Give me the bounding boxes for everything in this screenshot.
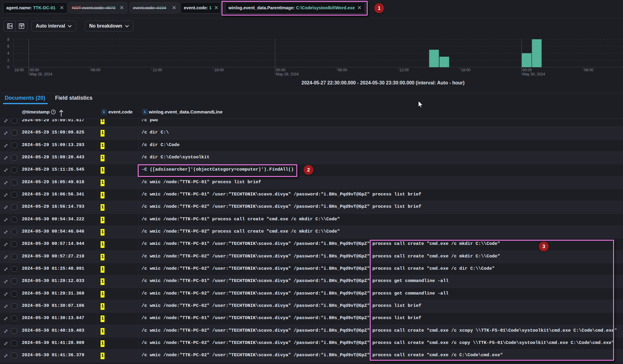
svg-text:12:00: 12:00 xyxy=(153,68,162,72)
svg-text:8: 8 xyxy=(7,37,9,42)
svg-text:00:00: 00:00 xyxy=(30,68,39,72)
svg-text:18:00: 18:00 xyxy=(461,68,470,72)
svg-text:06:00: 06:00 xyxy=(584,68,593,72)
svg-text:06:00: 06:00 xyxy=(338,68,347,72)
svg-text:00:00: 00:00 xyxy=(522,68,532,72)
svg-text:06:00: 06:00 xyxy=(91,68,100,72)
svg-text:00:00: 00:00 xyxy=(276,68,285,72)
svg-text:18:00: 18:00 xyxy=(14,68,24,72)
svg-text:0: 0 xyxy=(7,65,9,69)
svg-text:12:00: 12:00 xyxy=(399,68,409,72)
svg-text:May 28, 2024: May 28, 2024 xyxy=(30,72,52,76)
svg-text:2: 2 xyxy=(7,58,9,63)
svg-text:May 30, 2024: May 30, 2024 xyxy=(522,72,545,76)
svg-text:6: 6 xyxy=(7,44,9,48)
svg-text:18:00: 18:00 xyxy=(214,68,224,72)
svg-text:May 29, 2024: May 29, 2024 xyxy=(276,72,299,76)
svg-text:4: 4 xyxy=(7,51,9,55)
